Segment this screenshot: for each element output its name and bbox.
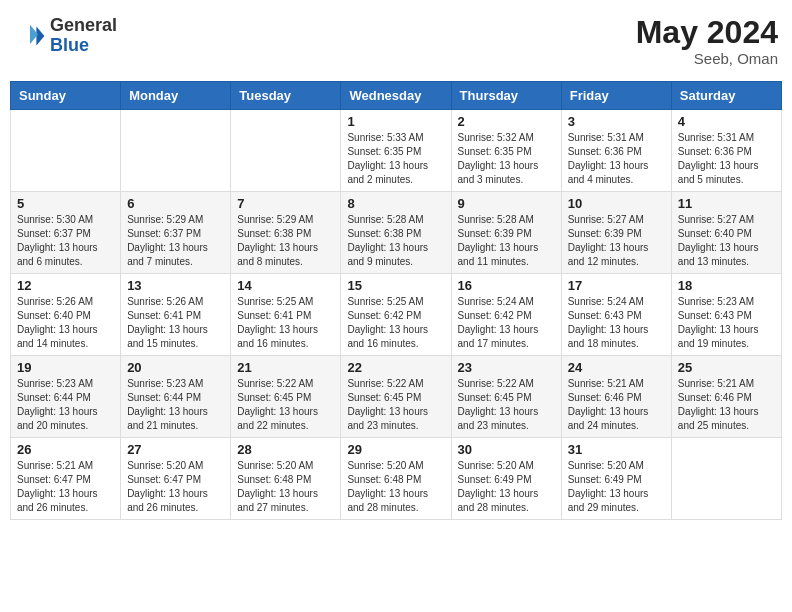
day-cell-9: 9Sunrise: 5:28 AM Sunset: 6:39 PM Daylig… — [451, 192, 561, 274]
day-number: 13 — [127, 278, 224, 293]
day-cell-14: 14Sunrise: 5:25 AM Sunset: 6:41 PM Dayli… — [231, 274, 341, 356]
day-info: Sunrise: 5:24 AM Sunset: 6:42 PM Dayligh… — [458, 295, 555, 351]
day-number: 11 — [678, 196, 775, 211]
day-header-wednesday: Wednesday — [341, 82, 451, 110]
day-info: Sunrise: 5:30 AM Sunset: 6:37 PM Dayligh… — [17, 213, 114, 269]
day-number: 2 — [458, 114, 555, 129]
day-info: Sunrise: 5:28 AM Sunset: 6:39 PM Dayligh… — [458, 213, 555, 269]
day-header-thursday: Thursday — [451, 82, 561, 110]
day-number: 31 — [568, 442, 665, 457]
day-info: Sunrise: 5:23 AM Sunset: 6:44 PM Dayligh… — [127, 377, 224, 433]
day-info: Sunrise: 5:33 AM Sunset: 6:35 PM Dayligh… — [347, 131, 444, 187]
day-info: Sunrise: 5:24 AM Sunset: 6:43 PM Dayligh… — [568, 295, 665, 351]
empty-cell — [11, 110, 121, 192]
day-cell-25: 25Sunrise: 5:21 AM Sunset: 6:46 PM Dayli… — [671, 356, 781, 438]
day-cell-29: 29Sunrise: 5:20 AM Sunset: 6:48 PM Dayli… — [341, 438, 451, 520]
empty-cell — [121, 110, 231, 192]
day-number: 9 — [458, 196, 555, 211]
day-info: Sunrise: 5:20 AM Sunset: 6:47 PM Dayligh… — [127, 459, 224, 515]
day-number: 20 — [127, 360, 224, 375]
day-cell-27: 27Sunrise: 5:20 AM Sunset: 6:47 PM Dayli… — [121, 438, 231, 520]
day-cell-3: 3Sunrise: 5:31 AM Sunset: 6:36 PM Daylig… — [561, 110, 671, 192]
day-number: 4 — [678, 114, 775, 129]
day-number: 15 — [347, 278, 444, 293]
day-info: Sunrise: 5:23 AM Sunset: 6:44 PM Dayligh… — [17, 377, 114, 433]
day-cell-30: 30Sunrise: 5:20 AM Sunset: 6:49 PM Dayli… — [451, 438, 561, 520]
day-info: Sunrise: 5:20 AM Sunset: 6:48 PM Dayligh… — [347, 459, 444, 515]
day-info: Sunrise: 5:27 AM Sunset: 6:39 PM Dayligh… — [568, 213, 665, 269]
day-number: 21 — [237, 360, 334, 375]
day-header-friday: Friday — [561, 82, 671, 110]
day-number: 10 — [568, 196, 665, 211]
logo: General Blue — [14, 16, 117, 56]
day-cell-5: 5Sunrise: 5:30 AM Sunset: 6:37 PM Daylig… — [11, 192, 121, 274]
day-cell-1: 1Sunrise: 5:33 AM Sunset: 6:35 PM Daylig… — [341, 110, 451, 192]
day-info: Sunrise: 5:25 AM Sunset: 6:42 PM Dayligh… — [347, 295, 444, 351]
day-cell-20: 20Sunrise: 5:23 AM Sunset: 6:44 PM Dayli… — [121, 356, 231, 438]
day-cell-10: 10Sunrise: 5:27 AM Sunset: 6:39 PM Dayli… — [561, 192, 671, 274]
day-info: Sunrise: 5:20 AM Sunset: 6:49 PM Dayligh… — [458, 459, 555, 515]
day-info: Sunrise: 5:22 AM Sunset: 6:45 PM Dayligh… — [347, 377, 444, 433]
day-info: Sunrise: 5:31 AM Sunset: 6:36 PM Dayligh… — [568, 131, 665, 187]
day-number: 6 — [127, 196, 224, 211]
day-info: Sunrise: 5:31 AM Sunset: 6:36 PM Dayligh… — [678, 131, 775, 187]
day-header-saturday: Saturday — [671, 82, 781, 110]
day-info: Sunrise: 5:32 AM Sunset: 6:35 PM Dayligh… — [458, 131, 555, 187]
day-info: Sunrise: 5:22 AM Sunset: 6:45 PM Dayligh… — [458, 377, 555, 433]
logo-icon — [14, 20, 46, 52]
day-number: 3 — [568, 114, 665, 129]
day-info: Sunrise: 5:29 AM Sunset: 6:37 PM Dayligh… — [127, 213, 224, 269]
day-cell-4: 4Sunrise: 5:31 AM Sunset: 6:36 PM Daylig… — [671, 110, 781, 192]
day-info: Sunrise: 5:23 AM Sunset: 6:43 PM Dayligh… — [678, 295, 775, 351]
day-info: Sunrise: 5:21 AM Sunset: 6:46 PM Dayligh… — [678, 377, 775, 433]
day-cell-22: 22Sunrise: 5:22 AM Sunset: 6:45 PM Dayli… — [341, 356, 451, 438]
day-number: 16 — [458, 278, 555, 293]
title-area: May 2024 Seeb, Oman — [636, 16, 778, 67]
day-info: Sunrise: 5:22 AM Sunset: 6:45 PM Dayligh… — [237, 377, 334, 433]
day-cell-17: 17Sunrise: 5:24 AM Sunset: 6:43 PM Dayli… — [561, 274, 671, 356]
day-number: 7 — [237, 196, 334, 211]
header: General Blue May 2024 Seeb, Oman — [10, 10, 782, 73]
day-number: 25 — [678, 360, 775, 375]
day-header-monday: Monday — [121, 82, 231, 110]
day-number: 23 — [458, 360, 555, 375]
day-cell-26: 26Sunrise: 5:21 AM Sunset: 6:47 PM Dayli… — [11, 438, 121, 520]
day-cell-28: 28Sunrise: 5:20 AM Sunset: 6:48 PM Dayli… — [231, 438, 341, 520]
day-number: 1 — [347, 114, 444, 129]
day-number: 12 — [17, 278, 114, 293]
day-number: 29 — [347, 442, 444, 457]
day-cell-21: 21Sunrise: 5:22 AM Sunset: 6:45 PM Dayli… — [231, 356, 341, 438]
day-info: Sunrise: 5:29 AM Sunset: 6:38 PM Dayligh… — [237, 213, 334, 269]
day-number: 28 — [237, 442, 334, 457]
day-info: Sunrise: 5:26 AM Sunset: 6:40 PM Dayligh… — [17, 295, 114, 351]
day-cell-31: 31Sunrise: 5:20 AM Sunset: 6:49 PM Dayli… — [561, 438, 671, 520]
logo-text: General Blue — [50, 16, 117, 56]
day-header-sunday: Sunday — [11, 82, 121, 110]
day-cell-15: 15Sunrise: 5:25 AM Sunset: 6:42 PM Dayli… — [341, 274, 451, 356]
day-cell-13: 13Sunrise: 5:26 AM Sunset: 6:41 PM Dayli… — [121, 274, 231, 356]
day-number: 22 — [347, 360, 444, 375]
day-number: 24 — [568, 360, 665, 375]
day-number: 18 — [678, 278, 775, 293]
day-info: Sunrise: 5:26 AM Sunset: 6:41 PM Dayligh… — [127, 295, 224, 351]
day-number: 17 — [568, 278, 665, 293]
logo-general: General — [50, 15, 117, 35]
day-info: Sunrise: 5:21 AM Sunset: 6:46 PM Dayligh… — [568, 377, 665, 433]
day-info: Sunrise: 5:28 AM Sunset: 6:38 PM Dayligh… — [347, 213, 444, 269]
day-cell-8: 8Sunrise: 5:28 AM Sunset: 6:38 PM Daylig… — [341, 192, 451, 274]
day-cell-6: 6Sunrise: 5:29 AM Sunset: 6:37 PM Daylig… — [121, 192, 231, 274]
empty-cell — [231, 110, 341, 192]
empty-cell — [671, 438, 781, 520]
day-number: 30 — [458, 442, 555, 457]
day-info: Sunrise: 5:20 AM Sunset: 6:49 PM Dayligh… — [568, 459, 665, 515]
calendar: SundayMondayTuesdayWednesdayThursdayFrid… — [10, 81, 782, 520]
day-cell-11: 11Sunrise: 5:27 AM Sunset: 6:40 PM Dayli… — [671, 192, 781, 274]
day-number: 26 — [17, 442, 114, 457]
logo-blue: Blue — [50, 35, 89, 55]
day-info: Sunrise: 5:25 AM Sunset: 6:41 PM Dayligh… — [237, 295, 334, 351]
day-number: 19 — [17, 360, 114, 375]
day-number: 8 — [347, 196, 444, 211]
day-info: Sunrise: 5:21 AM Sunset: 6:47 PM Dayligh… — [17, 459, 114, 515]
day-cell-7: 7Sunrise: 5:29 AM Sunset: 6:38 PM Daylig… — [231, 192, 341, 274]
day-cell-2: 2Sunrise: 5:32 AM Sunset: 6:35 PM Daylig… — [451, 110, 561, 192]
